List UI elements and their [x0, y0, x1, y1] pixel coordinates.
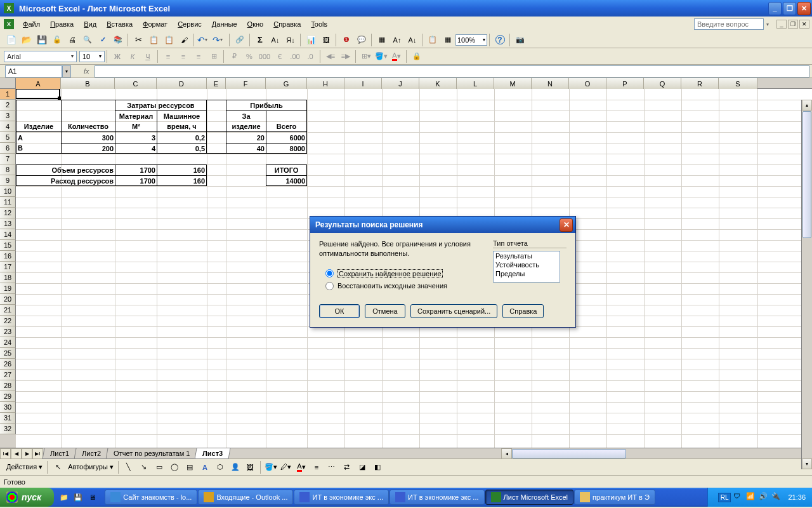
cell[interactable]: За — [226, 110, 266, 121]
prev-sheet-button[interactable]: ◀ — [11, 448, 22, 459]
borders-button[interactable]: ⊞▾ — [359, 50, 373, 64]
formula-input[interactable] — [95, 65, 809, 77]
snagit-button[interactable]: 📷 — [513, 33, 527, 47]
row-header-12[interactable]: 12 — [0, 208, 16, 218]
diagram-button[interactable]: ⬡ — [213, 460, 227, 474]
cell[interactable]: Количество — [61, 121, 115, 132]
bold-button[interactable]: Ж — [110, 50, 124, 64]
cell[interactable]: 4 — [115, 143, 157, 154]
underline-button[interactable]: Ч — [141, 50, 155, 64]
row-header-26[interactable]: 26 — [0, 359, 16, 370]
scroll-down-button[interactable]: ▾ — [802, 458, 812, 469]
row-header-17[interactable]: 17 — [0, 262, 16, 272]
row-header-21[interactable]: 21 — [0, 305, 16, 316]
euro-button[interactable]: € — [273, 50, 287, 64]
col-header-D[interactable]: D — [157, 78, 207, 89]
font-size-combo[interactable]: 10▾ — [79, 51, 105, 62]
cell[interactable] — [207, 100, 226, 110]
currency-button[interactable]: ₽ — [227, 50, 241, 64]
menu-правка[interactable]: Правка — [45, 18, 79, 30]
tray-icon[interactable]: 🛡 — [733, 492, 743, 502]
col-header-N[interactable]: N — [532, 78, 569, 89]
report-option[interactable]: Результаты — [494, 251, 560, 260]
row-header-15[interactable]: 15 — [0, 240, 16, 251]
zoom-combo[interactable]: 100%▾ — [455, 34, 487, 46]
print-preview-button[interactable]: 🔍 — [81, 33, 95, 47]
align-center-button[interactable]: ≡ — [176, 50, 190, 64]
row-header-14[interactable]: 14 — [0, 229, 16, 240]
undo-button[interactable]: ▾ — [197, 35, 211, 45]
cell[interactable]: Машинное — [157, 110, 207, 121]
clipart-button[interactable]: 👤 — [228, 460, 242, 474]
vscroll-thumb[interactable] — [802, 111, 811, 238]
cell[interactable] — [16, 110, 61, 121]
vertical-scrollbar[interactable]: ▴ ▾ — [801, 100, 812, 469]
font-name-combo[interactable]: Arial▾ — [4, 51, 77, 62]
pivot-button[interactable]: ❶ — [339, 33, 353, 47]
scroll-left-button[interactable]: ◂ — [501, 448, 512, 459]
ask-question-input[interactable] — [694, 18, 764, 30]
col-header-G[interactable]: G — [266, 78, 307, 89]
font-color-button[interactable]: A▾ — [390, 50, 403, 64]
col-header-O[interactable]: O — [569, 78, 606, 89]
cell[interactable] — [207, 143, 226, 154]
row-header-7[interactable]: 7 — [0, 154, 16, 164]
rectangle-button[interactable]: ▭ — [152, 460, 166, 474]
close-button[interactable]: ✕ — [797, 2, 811, 15]
row-header-5[interactable]: 5 — [0, 132, 16, 143]
spelling-button[interactable]: ✓ — [96, 33, 110, 47]
cell[interactable]: А — [16, 132, 61, 143]
italic-button[interactable]: К — [126, 50, 140, 64]
row-header-30[interactable]: 30 — [0, 402, 16, 413]
sheet-tab[interactable]: Лист2 — [74, 448, 109, 459]
sheet-tab[interactable]: Отчет по результатам 1 — [106, 448, 198, 459]
sheet-tab[interactable]: Лист1 — [43, 448, 77, 459]
picture-button[interactable]: 🖼 — [244, 460, 258, 474]
sheet-tab[interactable]: Лист3 — [195, 448, 231, 459]
hscroll-thumb[interactable] — [512, 449, 626, 458]
cell[interactable]: 6000 — [266, 132, 307, 143]
oval-button[interactable]: ◯ — [167, 460, 181, 474]
copy-button[interactable] — [147, 33, 160, 47]
security-button[interactable]: 🔒 — [410, 50, 424, 64]
dialog-titlebar[interactable]: Результаты поиска решения ✕ — [310, 217, 575, 233]
taskbar-task[interactable]: Сайт знакомств - lo... — [105, 490, 197, 505]
merge-center-button[interactable]: ⊞ — [207, 50, 221, 64]
row-header-3[interactable]: 3 — [0, 110, 16, 121]
col-header-E[interactable]: E — [207, 78, 226, 89]
cell[interactable]: 300 — [61, 132, 115, 143]
cell[interactable]: время, ч — [157, 121, 207, 132]
line-style-button[interactable]: ≡ — [310, 460, 324, 474]
excel-doc-icon[interactable]: X — [4, 19, 14, 29]
col-header-J[interactable]: J — [382, 78, 419, 89]
ql-tcmd-icon[interactable]: 📁 — [58, 490, 70, 504]
filter-button[interactable]: A↓ — [405, 33, 419, 47]
cell[interactable]: 200 — [61, 143, 115, 154]
cell[interactable] — [61, 100, 115, 110]
dec-decimal-button[interactable]: .0 — [303, 50, 317, 64]
sort-asc-button[interactable]: A↓ — [268, 33, 282, 47]
next-sheet-button[interactable]: ▶ — [22, 448, 32, 459]
name-box-dropdown[interactable]: ▾ — [62, 65, 71, 77]
row-header-31[interactable]: 31 — [0, 413, 16, 424]
format-painter-button[interactable]: 🖌 — [177, 33, 191, 47]
name-box[interactable]: A1 — [5, 65, 62, 77]
help-button[interactable] — [493, 33, 507, 47]
col-header-A[interactable]: A — [16, 78, 61, 89]
comma-button[interactable]: 000 — [258, 50, 272, 64]
taskbar-task[interactable]: Входящие - Outlook ... — [198, 490, 293, 505]
window-button[interactable]: ▦ — [441, 33, 455, 47]
row-header-8[interactable]: 8 — [0, 164, 16, 175]
dialog-close-button[interactable]: ✕ — [560, 218, 573, 232]
cancel-button[interactable]: Отмена — [365, 304, 405, 318]
dec-indent-button[interactable]: ◀≡ — [324, 50, 337, 64]
redo-button[interactable]: ▾ — [213, 35, 226, 45]
tray-icon[interactable]: 🔌 — [771, 492, 782, 502]
row-header-29[interactable]: 29 — [0, 391, 16, 402]
cell[interactable]: 0,5 — [157, 143, 207, 154]
taskbar-task[interactable]: практикум ИТ в Э — [574, 490, 655, 505]
new-button[interactable] — [4, 33, 18, 47]
row-header-28[interactable]: 28 — [0, 380, 16, 391]
save-button[interactable] — [35, 33, 49, 47]
cell[interactable] — [16, 100, 61, 110]
